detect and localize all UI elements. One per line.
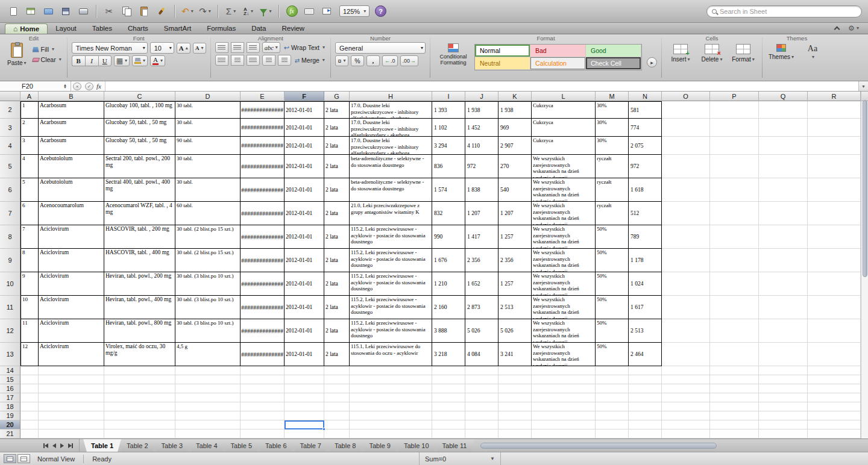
formula-bar-expand-button[interactable]: ▼: [858, 81, 868, 91]
cell-F19[interactable]: [285, 411, 324, 420]
cell-H20[interactable]: [350, 420, 432, 429]
cell-F5[interactable]: 2012-01-01: [285, 155, 324, 178]
cell-R5[interactable]: [808, 155, 861, 178]
cell-D9[interactable]: 30 tabl. (2 blist.po 15 szt.): [175, 249, 241, 272]
cell-M10[interactable]: 50%: [596, 272, 629, 296]
cell-L19[interactable]: [532, 411, 596, 420]
cell-A10[interactable]: 9: [20, 272, 39, 296]
dropdown-arrow-icon[interactable]: ▾: [191, 9, 193, 14]
column-header-Q[interactable]: Q: [759, 92, 808, 101]
column-header-C[interactable]: C: [104, 92, 175, 101]
cell-P17[interactable]: [710, 393, 759, 402]
cell-G4[interactable]: 2 lata: [324, 137, 350, 155]
filter-button[interactable]: ▾: [259, 4, 273, 19]
cell-N2[interactable]: 581: [629, 101, 662, 119]
cell-O18[interactable]: [662, 402, 710, 411]
cell-E19[interactable]: [241, 411, 285, 420]
cell-G16[interactable]: [324, 384, 350, 393]
cell-L14[interactable]: [532, 366, 596, 375]
cell-F15[interactable]: [285, 375, 324, 384]
cell-H17[interactable]: [350, 393, 432, 402]
cell-F2[interactable]: 2012-01-01: [285, 101, 324, 119]
column-header-H[interactable]: H: [350, 92, 432, 101]
cell-N12[interactable]: 2 513: [629, 319, 662, 343]
cell-H9[interactable]: 115.2, Leki przeciwwirusowe - acyklowir …: [350, 249, 432, 272]
cell-R14[interactable]: [808, 366, 861, 375]
column-header-G[interactable]: G: [324, 92, 350, 101]
cell-O16[interactable]: [662, 384, 710, 393]
cell-M12[interactable]: 50%: [596, 319, 629, 343]
autosum-button[interactable]: Σ▾: [224, 4, 238, 19]
cell-K7[interactable]: 1 207: [498, 202, 532, 225]
cell-Q17[interactable]: [759, 393, 808, 402]
cell-K17[interactable]: [498, 393, 532, 402]
cell-N9[interactable]: 1 178: [629, 249, 662, 272]
cell-C15[interactable]: [104, 375, 175, 384]
font-name-select[interactable]: Times New Roman▾: [72, 42, 148, 54]
borders-button[interactable]: ▦▾: [114, 55, 130, 66]
cell-D20[interactable]: [175, 420, 241, 429]
cell-P19[interactable]: [710, 411, 759, 420]
tab-review[interactable]: Review: [274, 23, 312, 34]
cell-O19[interactable]: [662, 411, 710, 420]
cell-C18[interactable]: [104, 402, 175, 411]
name-box[interactable]: F20 ▲▼: [0, 81, 71, 91]
cell-M8[interactable]: 50%: [596, 225, 629, 249]
tab-tables[interactable]: Tables: [84, 23, 120, 34]
cell-J6[interactable]: 1 838: [465, 178, 498, 202]
insert-cells-button[interactable]: + Insert▾: [666, 42, 695, 63]
cell-L12[interactable]: We wszystkich zarejestrowanych wskazania…: [532, 319, 596, 343]
sheet-search-field[interactable]: [706, 5, 862, 17]
cell-P20[interactable]: [710, 420, 759, 429]
cell-H15[interactable]: [350, 375, 432, 384]
cell-J7[interactable]: 1 207: [465, 202, 498, 225]
cell-P4[interactable]: [710, 137, 759, 155]
cell-I7[interactable]: 832: [432, 202, 465, 225]
cell-H21[interactable]: [350, 429, 432, 438]
cell-E4[interactable]: ##############: [241, 137, 285, 155]
cell-N13[interactable]: 2 464: [629, 343, 662, 366]
cell-Q5[interactable]: [759, 155, 808, 178]
row-header-3[interactable]: 3: [0, 119, 20, 137]
cell-Q10[interactable]: [759, 272, 808, 296]
cell-D10[interactable]: 30 tabl. (3 blist.po 10 szt.): [175, 272, 241, 296]
cell-R10[interactable]: [808, 272, 861, 296]
cell-B7[interactable]: Acenocoumarolum: [39, 202, 104, 225]
cell-H8[interactable]: 115.2, Leki przeciwwirusowe - acyklowir …: [350, 225, 432, 249]
cell-N19[interactable]: [629, 411, 662, 420]
cell-O7[interactable]: [662, 202, 710, 225]
cell-K8[interactable]: 1 257: [498, 225, 532, 249]
cell-F14[interactable]: [285, 366, 324, 375]
row-header-7[interactable]: 7: [0, 202, 20, 225]
dropdown-arrow-icon[interactable]: ▾: [52, 47, 54, 52]
cell-K5[interactable]: 270: [498, 155, 532, 178]
cell-C19[interactable]: [104, 411, 175, 420]
cell-B5[interactable]: Acebutololum: [39, 155, 104, 178]
cell-L20[interactable]: [532, 420, 596, 429]
row-header-21[interactable]: 21: [0, 429, 20, 438]
copy-button[interactable]: [119, 4, 134, 19]
cell-A5[interactable]: 4: [20, 155, 39, 178]
cell-R3[interactable]: [808, 119, 861, 137]
row-header-9[interactable]: 9: [0, 249, 20, 272]
dropdown-arrow-icon[interactable]: ▾: [343, 58, 345, 63]
cell-R11[interactable]: [808, 296, 861, 319]
style-calculation[interactable]: Calculation: [530, 57, 586, 70]
cell-A21[interactable]: [20, 429, 39, 438]
cell-F3[interactable]: 2012-01-01: [285, 119, 324, 137]
comma-format-button[interactable]: ,: [366, 55, 380, 66]
cell-Q12[interactable]: [759, 319, 808, 343]
format-cells-button[interactable]: Format▾: [729, 42, 758, 63]
cell-M6[interactable]: ryczałt: [596, 178, 629, 202]
cell-E11[interactable]: ##############: [241, 296, 285, 319]
cell-N21[interactable]: [629, 429, 662, 438]
cell-R2[interactable]: [808, 101, 861, 119]
theme-fonts-button[interactable]: Aa ▾: [798, 43, 827, 60]
cell-E13[interactable]: ##############: [241, 343, 285, 366]
column-header-M[interactable]: M: [596, 92, 629, 101]
cell-L10[interactable]: We wszystkich zarejestrowanych wskazania…: [532, 272, 596, 296]
cell-C2[interactable]: Glucobay 100, tabl. , 100 mg: [104, 101, 175, 119]
cell-G5[interactable]: 2 lata: [324, 155, 350, 178]
percent-format-button[interactable]: %: [351, 55, 364, 66]
cell-B4[interactable]: Acarbosum: [39, 137, 104, 155]
